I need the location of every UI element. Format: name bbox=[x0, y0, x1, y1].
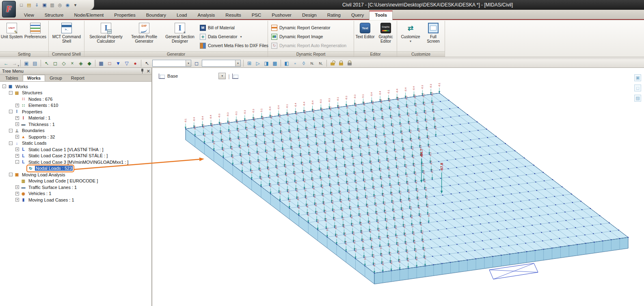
full-screen-button[interactable]: Full Screen bbox=[423, 22, 443, 51]
unit-system-button[interactable]: UNIT Unit System bbox=[1, 22, 23, 51]
view-rotate-icon[interactable]: ▨ bbox=[634, 95, 641, 102]
tree-item-moving-load-cases-1[interactable]: +▮Moving Load Cases : 1 bbox=[0, 197, 151, 203]
select-all-button[interactable]: ▦ bbox=[97, 59, 105, 67]
model-viewport[interactable]: -0.1-0.4-0.4-0.4-0.3-0.3-0.1-0.3-0.30.1-… bbox=[153, 68, 644, 306]
display-works-tree-button[interactable]: ▤ bbox=[31, 59, 39, 67]
combo-dropdown-icon[interactable]: ▾ bbox=[186, 60, 191, 66]
tree-item-properties[interactable]: -IProperties bbox=[0, 109, 151, 115]
tab-rating[interactable]: Rating bbox=[322, 11, 346, 20]
tree-item-static-load-case-2-ostatn-st-l[interactable]: +LStatic Load Case 2 [OSTATNÍ STÁLÉ : ] bbox=[0, 153, 151, 159]
tree-expander-icon[interactable]: + bbox=[15, 154, 19, 158]
view-dropdown[interactable]: ▾ bbox=[218, 73, 226, 79]
tree-item-works[interactable]: -▦Works bbox=[0, 83, 151, 90]
combo-dropdown-icon[interactable]: ▾ bbox=[235, 60, 240, 66]
zoom-next-button[interactable]: →▾ bbox=[11, 59, 19, 67]
model-canvas[interactable]: -0.1-0.4-0.4-0.4-0.3-0.3-0.1-0.3-0.30.1-… bbox=[153, 68, 644, 306]
tab-results[interactable]: Results bbox=[220, 11, 246, 20]
dynamic-report-capture-button[interactable]: ▷ bbox=[254, 59, 262, 67]
convert-meta-files-button[interactable]: Convert Meta Files to DXF Files bbox=[200, 41, 268, 50]
tab-view[interactable]: View bbox=[19, 11, 39, 20]
tree-expander-icon[interactable]: + bbox=[15, 122, 19, 126]
tree-expander-icon[interactable]: - bbox=[9, 129, 13, 132]
text-editor-button[interactable]: Text Text Editor bbox=[355, 22, 375, 51]
tree-item-nodal-loads-523[interactable]: ↻Nodal Loads : 523 bbox=[0, 165, 151, 172]
tree-expander-icon[interactable]: + bbox=[15, 116, 19, 120]
tab-boundary[interactable]: Boundary bbox=[141, 11, 171, 20]
tree-item-supports-32[interactable]: +▲Supports : 32 bbox=[0, 134, 151, 140]
tab-tools[interactable]: Tools bbox=[369, 11, 393, 20]
tab-pushover[interactable]: Pushover bbox=[266, 11, 297, 20]
tree-expander-icon[interactable]: - bbox=[9, 91, 13, 95]
capture-model-view-button[interactable]: ▣ bbox=[22, 59, 30, 67]
hidden-surface-toggle-button[interactable]: ◧ bbox=[283, 59, 291, 67]
screen-capture-button[interactable]: ◉ bbox=[64, 2, 71, 9]
view-zoom-icon[interactable]: ▣ bbox=[634, 74, 641, 81]
general-section-designer-button[interactable]: I General Section Designer bbox=[162, 22, 197, 51]
select-polygon-button[interactable]: ◇ bbox=[60, 59, 68, 67]
print-preview-button[interactable]: ◎ bbox=[56, 2, 63, 9]
node-number-toggle-button[interactable]: N. bbox=[308, 59, 316, 67]
tab-structure[interactable]: Structure bbox=[39, 11, 69, 20]
tree-item-static-loads[interactable]: -↓Static Loads bbox=[0, 140, 151, 147]
tendon-profile-generator-button[interactable]: DXF Tendon Profile Generator bbox=[127, 22, 162, 51]
save-button[interactable]: ▣ bbox=[41, 2, 48, 9]
pin-icon[interactable] bbox=[140, 69, 144, 74]
tree-expander-icon[interactable]: - bbox=[9, 173, 13, 176]
import-file-button[interactable]: ⇓ bbox=[33, 2, 40, 9]
select-intersect-button[interactable]: × bbox=[68, 59, 76, 67]
select-identity-button[interactable]: ◻ bbox=[192, 59, 201, 67]
dynamic-report-image-button[interactable]: Dynamic Report Image bbox=[271, 33, 323, 41]
perspective-toggle-button[interactable]: ◊ bbox=[300, 59, 308, 67]
sectional-property-calculator-button[interactable]: I Sectional Property Calculator bbox=[86, 22, 126, 51]
view-pan-icon[interactable]: □ bbox=[634, 85, 641, 91]
tree-expander-icon[interactable]: + bbox=[15, 148, 19, 151]
tree-expander-icon[interactable]: + bbox=[15, 185, 19, 189]
shrink-elements-toggle-button[interactable]: ▫ bbox=[291, 59, 299, 67]
activate-button[interactable]: ▼ bbox=[114, 59, 122, 67]
tree-item-material-1[interactable]: +IMaterial : 1 bbox=[0, 115, 151, 122]
print-button[interactable]: ▥ bbox=[49, 2, 56, 9]
tab-analysis[interactable]: Analysis bbox=[192, 11, 220, 20]
tree-expander-icon[interactable]: - bbox=[15, 160, 19, 164]
tree-item-static-load-case-1-vlastn-t-ha[interactable]: +LStatic Load Case 1 [VLASTNÍ TÍHA : ] bbox=[0, 146, 151, 153]
extract-data-button[interactable]: ⊞ bbox=[245, 59, 253, 67]
panel-tab-group[interactable]: Group bbox=[45, 75, 67, 81]
panel-tab-tables[interactable]: Tables bbox=[1, 75, 23, 81]
named-selection-combo-1[interactable]: ▾ bbox=[152, 60, 191, 67]
preferences-button[interactable]: Preferences bbox=[23, 22, 48, 51]
render-view-button[interactable]: ◨ bbox=[262, 59, 270, 67]
tab-query[interactable]: Query bbox=[346, 11, 369, 20]
query-pointer-button[interactable]: ↖ bbox=[143, 59, 151, 67]
snap-lock-button[interactable] bbox=[337, 59, 345, 67]
tree-item-elements-610[interactable]: +∷Elements : 610 bbox=[0, 102, 151, 109]
open-project-button[interactable]: ▤ bbox=[26, 2, 32, 9]
tab-psc[interactable]: PSC bbox=[246, 11, 267, 20]
deactivate-button[interactable]: ▽ bbox=[123, 59, 131, 67]
panel-tab-works[interactable]: Works bbox=[23, 75, 45, 81]
panel-tab-report[interactable]: Report bbox=[67, 75, 89, 81]
named-selection-combo-2[interactable]: ▾ bbox=[202, 60, 241, 67]
mct-command-shell-button[interactable]: MCT Command Shell bbox=[50, 22, 83, 51]
tree-item-boundaries[interactable]: -⊥Boundaries bbox=[0, 128, 151, 134]
tree-expander-icon[interactable]: + bbox=[15, 135, 19, 139]
tree-item-static-load-case-3-mvminmovingloadmxx1[interactable]: -LStatic Load Case 3 [MVminMOVINGLOADMxx… bbox=[0, 159, 151, 165]
unselect-all-button[interactable]: □ bbox=[106, 59, 114, 67]
element-number-toggle-button[interactable]: N, bbox=[317, 59, 325, 67]
bill-of-material-button[interactable]: M Bill of Material bbox=[200, 24, 235, 32]
quick-access-dropdown[interactable]: ▾ bbox=[72, 2, 79, 9]
tree-item-nodes-676[interactable]: ∷Nodes : 676 bbox=[0, 96, 151, 102]
tree-expander-icon[interactable]: - bbox=[9, 141, 13, 145]
display-option-button[interactable]: ▩ bbox=[271, 59, 279, 67]
tab-design[interactable]: Design bbox=[297, 11, 322, 20]
tree-item-traffic-surface-lanes-1[interactable]: +▬Traffic Surface Lanes : 1 bbox=[0, 184, 151, 191]
select-window-button[interactable]: ◻ bbox=[51, 59, 59, 67]
tab-node-element[interactable]: Node/Element bbox=[69, 11, 109, 20]
select-volume-button[interactable]: ◆ bbox=[85, 59, 93, 67]
zoom-previous-button[interactable]: ← bbox=[2, 59, 10, 67]
activate-all-button[interactable]: ● bbox=[131, 59, 139, 67]
close-panel-icon[interactable]: ✕ bbox=[147, 69, 150, 74]
tab-properties[interactable]: Properties bbox=[109, 11, 140, 20]
tab-load[interactable]: Load bbox=[171, 11, 192, 20]
tree-item-vehicles-1[interactable]: +◉Vehicles : 1 bbox=[0, 191, 151, 197]
model-lock-button[interactable] bbox=[346, 59, 354, 67]
